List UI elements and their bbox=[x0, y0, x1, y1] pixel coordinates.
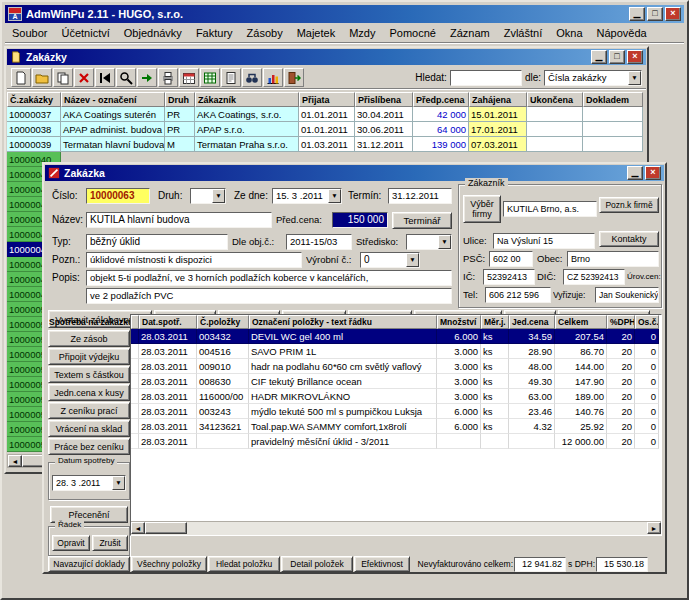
item-row[interactable]: 28.03.2011 003432 DEVIL WC gel 400 ml 6.… bbox=[131, 329, 661, 344]
kontakty-button[interactable]: Kontakty bbox=[599, 231, 659, 247]
zrusit-button[interactable]: Zrušit bbox=[92, 535, 128, 551]
firma-field[interactable]: KUTILA Brno, a.s. bbox=[503, 201, 597, 217]
main-title-bar[interactable]: A AdmWinPu 2.11 - HUGO, s.r.o. ▁ □ × bbox=[5, 5, 684, 23]
hledat-polozku-button[interactable]: Hledat položku bbox=[208, 556, 280, 572]
dialog-title-bar[interactable]: Zakázka ▁ × bbox=[45, 165, 664, 181]
exit-button[interactable] bbox=[284, 68, 304, 87]
child-close-button[interactable]: × bbox=[627, 50, 643, 64]
column-header[interactable]: Dokladem bbox=[583, 92, 643, 107]
column-header[interactable]: Zákazník bbox=[195, 92, 299, 107]
column-header[interactable]: Č.zakázky bbox=[7, 92, 61, 107]
menu-zvlastni[interactable]: Zvláštní bbox=[497, 25, 550, 41]
menu-napoveda[interactable]: Nápověda bbox=[590, 25, 654, 41]
dle-combo[interactable]: Čísla zakázky▼ bbox=[544, 70, 642, 86]
druh-combo[interactable]: ▼ bbox=[190, 188, 226, 204]
dic-field[interactable]: CZ 52392413 bbox=[563, 269, 625, 285]
pozn-field[interactable]: úklidové místnosti k dispozici bbox=[86, 252, 302, 268]
spreadsheet-button[interactable] bbox=[200, 68, 220, 87]
scroll-thumb[interactable] bbox=[145, 522, 187, 534]
termin-field[interactable]: 31.12.2011 bbox=[388, 188, 452, 204]
search-button[interactable] bbox=[116, 68, 136, 87]
nazev-field[interactable]: KUTILA hlavní budova bbox=[86, 212, 272, 228]
dropdown-arrow-icon[interactable]: ▼ bbox=[628, 71, 641, 85]
scroll-left-icon[interactable]: ◄ bbox=[8, 455, 22, 467]
menu-ucetnictvi[interactable]: Účetnictví bbox=[54, 25, 116, 41]
maximize-button[interactable]: □ bbox=[647, 7, 663, 21]
dropdown-arrow-icon[interactable]: ▼ bbox=[438, 235, 451, 249]
item-row[interactable]: 28.03.2011 003243 mýdlo tekuté 500 ml s … bbox=[131, 404, 661, 419]
column-header[interactable]: Druh bbox=[165, 92, 195, 107]
column-header[interactable]: Č.položky bbox=[197, 315, 249, 329]
dropdown-arrow-icon[interactable]: ▼ bbox=[328, 189, 341, 203]
vraceni-na-sklad-button[interactable]: Vrácení na sklad bbox=[48, 420, 130, 437]
table-row[interactable]: 10000039 Termatan hlavní budova M Termat… bbox=[7, 137, 643, 152]
column-header[interactable]: %DPH bbox=[607, 315, 635, 329]
open-folder-button[interactable] bbox=[32, 68, 52, 87]
obec-field[interactable]: Brno bbox=[567, 251, 659, 267]
navazujici-doklady-button[interactable]: Navazující doklady bbox=[48, 556, 130, 572]
pozn-k-firme-button[interactable]: Pozn.k firmě bbox=[599, 197, 659, 213]
jedn-cena-x-kusy-button[interactable]: Jedn.cena x kusy bbox=[48, 384, 130, 401]
first-record-button[interactable] bbox=[95, 68, 115, 87]
vyber-firmy-button[interactable]: Výběrfirmy bbox=[463, 195, 501, 223]
menu-objednavky[interactable]: Objednávky bbox=[117, 25, 189, 41]
terminar-button[interactable]: Terminář bbox=[392, 212, 452, 229]
vyrobni-combo[interactable]: 0▼ bbox=[360, 252, 420, 268]
column-header[interactable]: Dat.spotř. bbox=[139, 315, 197, 329]
scroll-right-icon[interactable]: ► bbox=[647, 522, 661, 534]
datum-spotreby-combo[interactable]: 28. 3 .2011▼ bbox=[52, 475, 126, 491]
detail-polozek-button[interactable]: Detail položek bbox=[281, 556, 353, 572]
minimize-button[interactable]: ▁ bbox=[629, 7, 645, 21]
z-ceniku-praci-button[interactable]: Z ceníku prací bbox=[48, 402, 130, 419]
dialog-close-button[interactable]: × bbox=[645, 166, 661, 180]
pred-cena-field[interactable]: 150 000 bbox=[332, 212, 388, 228]
copy-record-button[interactable] bbox=[53, 68, 73, 87]
tel-field[interactable]: 606 212 596 bbox=[485, 287, 551, 303]
table-row[interactable]: 10000038 APAP administ. budova PR APAP s… bbox=[7, 122, 643, 137]
dropdown-arrow-icon[interactable]: ▼ bbox=[112, 476, 125, 490]
print-button[interactable] bbox=[158, 68, 178, 87]
menu-pomocne[interactable]: Pomocné bbox=[382, 25, 442, 41]
ic-field[interactable]: 52392413 bbox=[483, 269, 535, 285]
item-row[interactable]: 28.03.2011 009010 hadr na podlahu 60*60 … bbox=[131, 359, 661, 374]
vyrizuje-field[interactable]: Jan Soukenický bbox=[595, 287, 659, 303]
cislo-field[interactable]: 10000063 bbox=[86, 188, 150, 204]
child-restore-button[interactable]: □ bbox=[609, 50, 625, 64]
menu-faktury[interactable]: Faktury bbox=[189, 25, 240, 41]
column-header[interactable]: Označení položky - text řádku bbox=[249, 315, 437, 329]
item-row[interactable]: 28.03.2011 pravidelný měsíční úklid - 3/… bbox=[131, 434, 661, 449]
next-record-button[interactable] bbox=[137, 68, 157, 87]
item-row[interactable]: 28.03.2011 008630 CIF tekutý Brillance o… bbox=[131, 374, 661, 389]
zakazky-title-bar[interactable]: Zakázky ▁ □ × bbox=[7, 49, 646, 65]
typ-field[interactable]: běžný úklid bbox=[86, 234, 228, 250]
popis-field-2[interactable]: ve 2 podlažích PVC bbox=[86, 288, 452, 304]
opravit-button[interactable]: Opravit bbox=[52, 535, 90, 551]
menu-mzdy[interactable]: Mzdy bbox=[342, 25, 382, 41]
chart-button[interactable] bbox=[263, 68, 283, 87]
column-header[interactable]: Jed.cena bbox=[509, 315, 555, 329]
popis-field-1[interactable]: objekt 5-ti podlažní, ve 3 horních podla… bbox=[86, 270, 452, 286]
column-header[interactable]: Název - označení bbox=[61, 92, 165, 107]
dropdown-arrow-icon[interactable]: ▼ bbox=[212, 189, 225, 203]
item-row[interactable]: 28.03.2011 116000/00 HADR MIKROVLÁKNO 3.… bbox=[131, 389, 661, 404]
table-row[interactable]: 10000037 AKA Coatings suterén PR AKA Coa… bbox=[7, 107, 643, 122]
dialog-minimize-button[interactable]: ▁ bbox=[627, 166, 643, 180]
column-header[interactable]: Zahájena bbox=[469, 92, 527, 107]
dropdown-arrow-icon[interactable]: ▼ bbox=[406, 253, 419, 267]
delete-record-button[interactable] bbox=[74, 68, 94, 87]
new-record-button[interactable] bbox=[11, 68, 31, 87]
prace-bez-ceniku-button[interactable]: Práce bez ceníku bbox=[48, 438, 130, 455]
column-header[interactable]: Os.č. bbox=[635, 315, 659, 329]
psc-field[interactable]: 602 00 bbox=[489, 251, 533, 267]
child-minimize-button[interactable]: ▁ bbox=[591, 50, 607, 64]
items-h-scrollbar[interactable]: ◄ ► bbox=[131, 521, 661, 535]
menu-soubor[interactable]: Soubor bbox=[5, 25, 54, 41]
search-input[interactable] bbox=[450, 70, 522, 86]
item-row[interactable]: 28.03.2011 004516 SAVO PRIM 1L 3.000 ks … bbox=[131, 344, 661, 359]
ze-dne-field[interactable]: 15. 3 .2011▼ bbox=[272, 188, 342, 204]
binoculars-button[interactable] bbox=[242, 68, 262, 87]
column-header[interactable]: Přislíbena bbox=[355, 92, 413, 107]
vsechny-polozky-button[interactable]: Všechny položky bbox=[131, 556, 207, 572]
pripojit-vydejku-button[interactable]: Připojit výdejku bbox=[48, 348, 130, 365]
calendar-button[interactable] bbox=[179, 68, 199, 87]
